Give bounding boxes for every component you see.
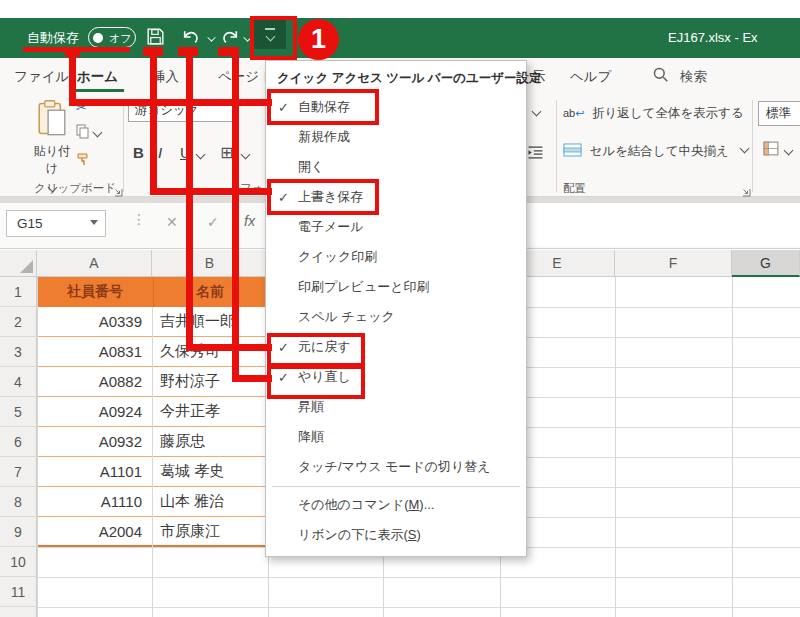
merge-center-button[interactable]: セルを結合して中央揃え (563, 141, 748, 160)
cell[interactable]: 葛城 孝史 (153, 457, 265, 487)
search-label[interactable]: 検索 (680, 68, 707, 86)
cell[interactable]: 社員番号 (38, 277, 152, 307)
menu-item-show-below-ribbon[interactable]: リボンの下に表示(S) (266, 520, 526, 550)
formula-bar-splitter-icon[interactable]: ⋮ (132, 211, 146, 227)
row-header[interactable]: 11 (0, 577, 37, 607)
group-separator (123, 100, 124, 192)
cell[interactable]: 久保秀司 (153, 337, 265, 367)
menu-item-sort-desc[interactable]: 降順 (266, 422, 526, 452)
merge-dropdown-icon[interactable] (740, 144, 750, 154)
cell[interactable]: A0932 (38, 427, 152, 457)
tab-help[interactable]: ヘルプ (570, 68, 611, 86)
wrap-text-icon: ab↩ (563, 107, 584, 119)
row-header[interactable]: 9 (0, 517, 37, 547)
alignment-dialog-launcher-icon[interactable] (741, 183, 751, 201)
annotation-badge: 1 (298, 19, 339, 60)
cell[interactable]: 山本 雅治 (153, 487, 265, 517)
row-header[interactable]: 12 (0, 607, 37, 617)
undo-button[interactable] (181, 28, 215, 49)
undo-icon (181, 31, 204, 48)
row-header[interactable]: 3 (0, 337, 37, 367)
column-header-g[interactable]: G (732, 250, 800, 277)
tab-file[interactable]: ファイル (14, 68, 69, 86)
clipboard-group-label: クリップボード (34, 181, 116, 196)
select-all-corner[interactable] (0, 250, 37, 277)
undo-dropdown-icon[interactable] (208, 33, 216, 41)
row-header[interactable]: 5 (0, 397, 37, 427)
gridline (732, 277, 733, 617)
column-header-b[interactable]: B (152, 250, 268, 277)
column-header-a[interactable]: A (37, 250, 152, 277)
name-box[interactable]: G15 (6, 210, 106, 237)
annotation-box-save (267, 179, 379, 215)
cell[interactable]: 野村涼子 (153, 367, 265, 397)
name-box-dropdown-icon[interactable] (90, 220, 98, 225)
autosave-label: 自動保存 (27, 29, 79, 47)
insert-function-button[interactable]: fx (244, 213, 255, 229)
number-format-small-icon[interactable] (763, 141, 780, 161)
annotation-box-autosave (267, 89, 379, 125)
number-format-box[interactable]: 標準 (758, 101, 800, 126)
menu-item-new[interactable]: 新規作成 (266, 122, 526, 152)
qat-menu: クイック アクセス ツール バーのユーザー設定 ✓自動保存 新規作成 開く ✓上… (265, 60, 527, 557)
menu-item-print-preview[interactable]: 印刷プレビューと印刷 (266, 272, 526, 302)
cell[interactable]: 名前 (153, 277, 266, 307)
gridline (37, 577, 800, 578)
merge-center-label: セルを結合して中央揃え (589, 144, 728, 158)
tab-home[interactable]: ホーム (77, 68, 118, 86)
row-header[interactable]: 2 (0, 307, 37, 337)
cell[interactable]: 市原康江 (153, 517, 265, 547)
menu-item-spell-check[interactable]: スペル チェック (266, 302, 526, 332)
autosave-toggle[interactable]: オフ (88, 27, 136, 48)
tab-home-underline (72, 89, 124, 92)
bold-button[interactable]: B (133, 144, 144, 161)
wrap-text-label: 折り返して全体を表示する (592, 106, 744, 120)
cell[interactable]: A1110 (38, 487, 152, 517)
cell[interactable]: A1101 (38, 457, 152, 487)
cell[interactable]: A2004 (38, 517, 152, 547)
annotation-line-redo-h (232, 375, 272, 382)
menu-item-email[interactable]: 電子メール (266, 212, 526, 242)
cell[interactable]: A0831 (38, 337, 152, 367)
row-header[interactable]: 8 (0, 487, 37, 517)
paste-button[interactable]: 貼り付け (28, 99, 76, 179)
annotation-line-save-h (150, 188, 272, 195)
cell[interactable]: 藤原忠 (153, 427, 265, 457)
redo-button[interactable] (221, 28, 251, 49)
redo-icon (221, 28, 240, 49)
menu-item-open[interactable]: 開く (266, 152, 526, 182)
format-painter-icon[interactable] (76, 152, 91, 171)
enter-button[interactable]: ✓ (207, 214, 219, 230)
cell[interactable]: 今井正孝 (153, 397, 265, 427)
cell[interactable]: A0882 (38, 367, 152, 397)
copy-icon[interactable] (76, 124, 90, 143)
menu-item-quick-print[interactable]: クイック印刷 (266, 242, 526, 272)
cell[interactable]: 吉井順一郎 (153, 307, 265, 337)
autosave-toggle-state: オフ (109, 31, 132, 46)
cell[interactable]: A0924 (38, 397, 152, 427)
excel-window: { "colors": { "excel_green": "#217346", … (0, 0, 800, 617)
group-separator (752, 100, 753, 192)
row-header[interactable]: 1 (0, 277, 37, 307)
annotation-line-save-v (150, 47, 157, 195)
annotation-line-autosave-v (69, 47, 76, 106)
clipboard-dialog-launcher-icon[interactable] (113, 183, 123, 201)
gridline (615, 277, 616, 617)
search-icon[interactable] (652, 66, 670, 88)
window-title: EJ167.xlsx - Ex (668, 30, 758, 45)
cancel-button[interactable]: ✕ (166, 214, 178, 230)
increase-indent-icon[interactable] (527, 145, 545, 164)
row-header[interactable]: 6 (0, 427, 37, 457)
annotation-box-redo (267, 363, 365, 399)
cell[interactable]: A0339 (38, 307, 152, 337)
paste-label: 貼り付け (28, 143, 76, 177)
italic-button[interactable]: I (158, 144, 162, 161)
wrap-text-button[interactable]: ab↩ 折り返して全体を表示する (563, 103, 744, 122)
row-header[interactable]: 4 (0, 367, 37, 397)
row-header[interactable]: 10 (0, 547, 37, 577)
annotation-line-undo-v (186, 47, 193, 351)
menu-item-touch-mouse-mode[interactable]: タッチ/マウス モードの切り替え (266, 452, 526, 482)
column-header-f[interactable]: F (615, 250, 732, 277)
menu-item-more-commands[interactable]: その他のコマンド(M)... (266, 490, 526, 520)
row-header[interactable]: 7 (0, 457, 37, 487)
